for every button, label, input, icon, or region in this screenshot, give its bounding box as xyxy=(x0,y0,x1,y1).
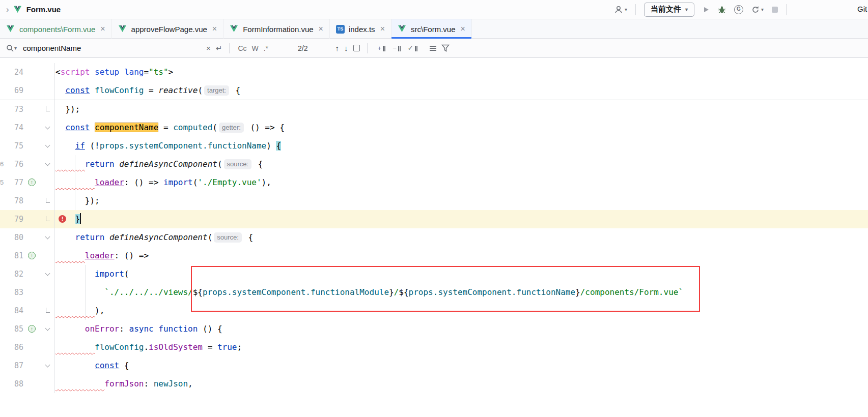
code-text[interactable]: const flowConfig = reactive(target: { xyxy=(54,81,868,100)
code-line-85[interactable]: 85↑ onError: async function () { xyxy=(0,320,868,338)
select-all-occurrences-button[interactable]: ✓ xyxy=(408,45,417,51)
fold-start-icon[interactable] xyxy=(45,234,50,240)
line-number[interactable]: 77 xyxy=(6,173,25,192)
code-line-86[interactable]: 86 flowConfig.isOldSystem = true; xyxy=(0,338,868,356)
line-number[interactable]: 73 xyxy=(6,100,25,118)
search-options-button[interactable] xyxy=(430,46,436,51)
git-menu[interactable]: Git xyxy=(857,5,867,13)
breadcrumb-chevron[interactable]: › xyxy=(6,5,9,15)
words-toggle[interactable]: W xyxy=(252,44,259,52)
fold-start-icon[interactable] xyxy=(45,143,50,148)
line-number[interactable]: 86 xyxy=(6,338,25,356)
line-number[interactable]: 79 xyxy=(6,210,25,228)
code-text[interactable]: `./../../../views/${props.systemComponen… xyxy=(54,283,868,302)
tab-src-form-vue[interactable]: src\Form.vue× xyxy=(391,19,472,39)
code-line-24[interactable]: 24<script setup lang="ts"> xyxy=(0,63,868,81)
line-number[interactable]: 74 xyxy=(6,118,25,137)
code-text[interactable]: if (!props.systemComponent.functionName)… xyxy=(54,137,868,155)
code-line-69[interactable]: 69 const flowConfig = reactive(target: { xyxy=(0,81,868,100)
search-history-chevron[interactable]: ▾ xyxy=(14,45,17,51)
code-text[interactable]: }); xyxy=(54,100,868,118)
fold-end-icon[interactable] xyxy=(46,308,50,313)
code-line-83[interactable]: 83 `./../../../views/${props.systemCompo… xyxy=(0,283,868,302)
close-tab-icon[interactable]: × xyxy=(380,24,385,34)
fold-start-icon[interactable] xyxy=(45,326,50,331)
fold-start-icon[interactable] xyxy=(45,161,50,166)
code-line-88[interactable]: 88 formJson: newJson, xyxy=(0,375,868,393)
code-line-84[interactable]: 84 ), xyxy=(0,302,868,320)
tab-forminformation-vue[interactable]: FormInformation.vue× xyxy=(223,19,330,39)
code-text[interactable]: ), xyxy=(54,302,868,320)
code-line-81[interactable]: 81↑ loader: () => xyxy=(0,247,868,265)
profiler-button[interactable]: G xyxy=(734,5,743,14)
code-line-74[interactable]: 74 const componentName = computed(getter… xyxy=(0,118,868,137)
code-text[interactable]: return defineAsyncComponent(source: { xyxy=(54,155,868,173)
line-number[interactable]: 69 xyxy=(6,81,25,100)
tab-index-ts[interactable]: TSindex.ts× xyxy=(330,19,391,39)
code-line-77[interactable]: 577↑ loader: () => import('./Empty.vue')… xyxy=(0,173,868,192)
close-tab-icon[interactable]: × xyxy=(100,24,105,34)
code-line-87[interactable]: 87 const { xyxy=(0,356,868,375)
line-number[interactable]: 24 xyxy=(6,63,25,81)
tab-approveflowpage-vue[interactable]: approveFlowPage.vue× xyxy=(112,19,224,39)
line-number[interactable]: 85 xyxy=(6,320,25,338)
filter-button[interactable] xyxy=(441,44,450,52)
next-match-button[interactable]: ↓ xyxy=(344,44,348,52)
fold-end-icon[interactable] xyxy=(46,198,50,203)
find-in-selection-button[interactable] xyxy=(353,45,360,51)
rerun-button[interactable]: ▾ xyxy=(751,6,764,14)
code-text[interactable]: const componentName = computed(getter: (… xyxy=(54,118,868,137)
match-case-toggle[interactable]: Cc xyxy=(238,44,246,52)
code-line-79[interactable]: 79! } xyxy=(0,210,868,228)
line-number[interactable]: 78 xyxy=(6,192,25,210)
line-number[interactable]: 76 xyxy=(6,155,25,173)
previous-match-button[interactable]: ↑ xyxy=(335,44,340,52)
add-occurrence-button[interactable]: + xyxy=(378,45,386,51)
code-text[interactable]: return defineAsyncComponent(source: { xyxy=(54,228,868,247)
code-text[interactable]: ! } xyxy=(54,210,868,228)
search-icon[interactable] xyxy=(6,44,14,52)
line-number[interactable]: 80 xyxy=(6,228,25,247)
line-number[interactable]: 84 xyxy=(6,302,25,320)
stop-button[interactable] xyxy=(772,7,778,13)
search-input[interactable] xyxy=(22,43,201,53)
fold-start-icon[interactable] xyxy=(45,125,50,130)
line-number[interactable]: 83 xyxy=(6,283,25,302)
fold-end-icon[interactable] xyxy=(46,106,50,111)
close-tab-icon[interactable]: × xyxy=(319,24,323,34)
overridden-marker-icon[interactable]: ↑ xyxy=(28,252,36,259)
code-line-76[interactable]: 676 return defineAsyncComponent(source: … xyxy=(0,155,868,173)
remove-occurrence-button[interactable]: − xyxy=(393,45,401,51)
code-line-80[interactable]: 80 return defineAsyncComponent(source: { xyxy=(0,228,868,247)
line-number[interactable]: 88 xyxy=(6,375,25,393)
fold-end-icon[interactable] xyxy=(46,216,50,221)
error-icon[interactable]: ! xyxy=(59,215,66,223)
code-text[interactable]: import( xyxy=(54,265,868,283)
run-config-selector[interactable]: 当前文件 ▾ xyxy=(644,3,694,17)
line-number[interactable]: 75 xyxy=(6,137,25,155)
code-text[interactable]: <script setup lang="ts"> xyxy=(54,63,868,81)
close-tab-icon[interactable]: × xyxy=(460,24,465,34)
code-line-73[interactable]: 73 }); xyxy=(0,100,868,118)
close-tab-icon[interactable]: × xyxy=(212,24,217,34)
code-text[interactable]: const { xyxy=(54,356,868,375)
code-line-78[interactable]: 78 }); xyxy=(0,192,868,210)
clear-search-icon[interactable]: × xyxy=(206,44,211,52)
debug-button[interactable] xyxy=(718,6,726,14)
overridden-marker-icon[interactable]: ↑ xyxy=(28,325,36,333)
regex-toggle[interactable]: .* xyxy=(264,44,268,52)
code-text[interactable]: onError: async function () { xyxy=(54,320,868,338)
code-text[interactable]: loader: () => xyxy=(54,247,868,265)
code-line-82[interactable]: 82 import( xyxy=(0,265,868,283)
line-number[interactable]: 87 xyxy=(6,356,25,375)
code-text[interactable]: formJson: newJson, xyxy=(54,375,868,393)
code-line-75[interactable]: 75 if (!props.systemComponent.functionNa… xyxy=(0,137,868,155)
line-number[interactable]: 82 xyxy=(6,265,25,283)
line-number[interactable]: 81 xyxy=(6,247,25,265)
code-text[interactable]: flowConfig.isOldSystem = true; xyxy=(54,338,868,356)
fold-start-icon[interactable] xyxy=(45,363,50,368)
code-text[interactable]: }); xyxy=(54,192,868,210)
code-editor[interactable]: 24<script setup lang="ts">69 const flowC… xyxy=(0,58,868,417)
newline-icon[interactable]: ↵ xyxy=(216,44,222,53)
tab-components-form-vue[interactable]: components\Form.vue× xyxy=(0,19,112,39)
